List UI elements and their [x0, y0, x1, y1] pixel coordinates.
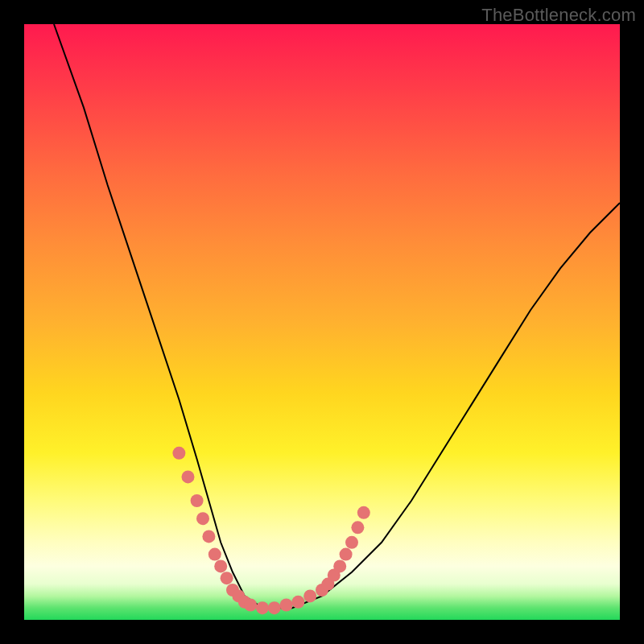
- watermark-text: TheBottleneck.com: [481, 5, 636, 26]
- highlight-dot: [345, 536, 358, 549]
- highlight-dot: [191, 494, 204, 507]
- highlight-dot: [182, 470, 195, 483]
- highlight-dot: [280, 599, 293, 612]
- highlight-dot: [333, 559, 346, 572]
- highlight-dot: [196, 512, 209, 525]
- highlight-dots: [172, 447, 369, 614]
- highlight-dot: [256, 601, 269, 614]
- highlight-dot: [208, 548, 221, 561]
- highlight-dot: [351, 521, 364, 534]
- chart-frame: TheBottleneck.com: [0, 0, 644, 644]
- highlight-dot: [357, 506, 370, 519]
- highlight-dot: [214, 559, 227, 572]
- curve-overlay: [24, 24, 620, 620]
- highlight-dot: [244, 599, 257, 612]
- highlight-dot: [202, 530, 215, 543]
- bottleneck-curve: [54, 24, 620, 608]
- highlight-dot: [221, 572, 233, 584]
- highlight-dot: [268, 601, 281, 614]
- highlight-dot: [340, 548, 353, 561]
- highlight-dot: [291, 596, 304, 609]
- highlight-dot: [303, 589, 316, 602]
- highlight-dot: [172, 447, 185, 460]
